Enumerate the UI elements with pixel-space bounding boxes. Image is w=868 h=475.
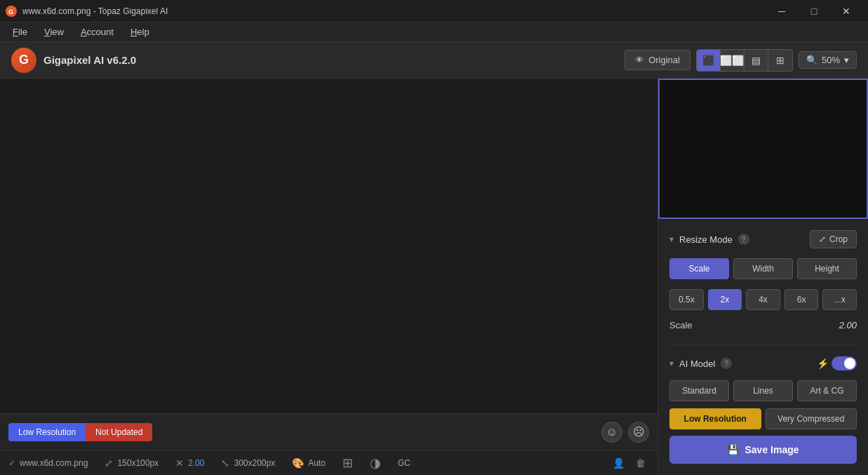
preview-area <box>658 79 868 219</box>
resize-mode-label: Resize Mode <box>679 234 733 245</box>
crop-label: Crop <box>829 234 848 244</box>
zoom-icon: 🔍 <box>806 55 817 65</box>
ai-model-sub-group: Low Resolution Very Compressed <box>669 408 857 429</box>
standard-model-button[interactable]: Standard <box>669 380 729 401</box>
scale-custom-button[interactable]: ...x <box>822 289 857 310</box>
bottom-bar: Low Resolution Not Updated ☺ ☹ <box>0 413 657 450</box>
resize-help-button[interactable]: ? <box>738 234 749 245</box>
lines-model-button[interactable]: Lines <box>733 380 793 401</box>
art-cg-model-button[interactable]: Art & CG <box>797 380 857 401</box>
menu-bar: File View Account Help <box>0 22 868 42</box>
scale-mode-button[interactable]: Scale <box>669 258 729 279</box>
maximize-button[interactable]: □ <box>798 0 830 22</box>
window-controls: ─ □ ✕ <box>766 0 862 22</box>
scale-mode-group: Scale Width Height <box>669 258 857 279</box>
logo-icon: G <box>11 48 36 73</box>
happy-emoji-button[interactable]: ☺ <box>601 422 622 443</box>
ai-model-group: Standard Lines Art & CG <box>669 380 857 401</box>
app-header: G Gigapixel AI v6.2.0 👁 Original ⬛ ⬜⬜ ▤ … <box>0 42 868 79</box>
color-mode: Auto <box>308 458 326 468</box>
low-resolution-button[interactable]: Low Resolution <box>669 408 761 429</box>
file-info-bar: ✓ www.x6d.com.png ⤢ 150x100px ✕ 2.00 ⤡ 3… <box>0 450 657 475</box>
close-button[interactable]: ✕ <box>830 0 862 22</box>
scale-options-group: 0.5x 2x 4x 6x ...x <box>669 289 857 310</box>
scale-2x-button[interactable]: 2x <box>708 289 742 310</box>
scale-row-label: Scale <box>669 320 693 330</box>
file-info-tone: ◑ <box>370 455 381 471</box>
original-label: Original <box>648 55 680 65</box>
ai-help-button[interactable]: ? <box>721 358 732 369</box>
minimize-button[interactable]: ─ <box>766 0 798 22</box>
file-name-item: ✓ www.x6d.com.png <box>8 458 88 468</box>
scale-4x-button[interactable]: 4x <box>746 289 780 310</box>
not-updated-badge: Not Updated <box>86 423 152 441</box>
action-icons: 👤 🗑 <box>610 455 649 471</box>
menu-view[interactable]: View <box>37 24 71 40</box>
ai-toggle[interactable]: ⚡ <box>817 356 857 370</box>
svg-text:G: G <box>8 8 13 15</box>
tone-icon: ◑ <box>370 455 381 471</box>
check-icon: ✓ <box>8 458 15 468</box>
emoji-buttons: ☺ ☹ <box>601 422 649 443</box>
title-bar-left: G www.x6d.com.png - Topaz Gigapixel AI <box>6 6 168 17</box>
window-title: www.x6d.com.png - Topaz Gigapixel AI <box>22 6 168 16</box>
eye-icon: 👁 <box>635 55 644 65</box>
canvas-viewport[interactable] <box>0 79 657 413</box>
divider <box>669 344 857 345</box>
canvas-area: Low Resolution Not Updated ☺ ☹ ✓ www.x6d… <box>0 79 657 475</box>
scale-item: ✕ 2.00 <box>175 457 204 469</box>
crop-button[interactable]: ⤢ Crop <box>810 230 857 248</box>
view-single-button[interactable]: ⬛ <box>697 50 721 71</box>
menu-file[interactable]: File <box>6 24 34 40</box>
ai-chevron-icon: ▾ <box>669 359 674 368</box>
view-grid-button[interactable]: ⊞ <box>768 50 792 71</box>
file-info-grid: ⊞ <box>342 455 353 471</box>
output-dim-icon: ⤡ <box>221 457 229 469</box>
output-dimensions-item: ⤡ 300x200px <box>221 457 275 469</box>
save-icon: 💾 <box>727 444 739 455</box>
toggle-switch-knob[interactable] <box>832 356 857 370</box>
status-badges: Low Resolution Not Updated <box>8 423 152 441</box>
scale-0-5x-button[interactable]: 0.5x <box>669 289 704 310</box>
scale-row-value: 2.00 <box>839 320 857 330</box>
person-icon[interactable]: 👤 <box>610 455 627 471</box>
app-logo: G Gigapixel AI v6.2.0 <box>11 48 136 73</box>
zoom-level: 50% <box>822 55 840 65</box>
view-split-v-button[interactable]: ⬜⬜ <box>721 50 745 71</box>
input-dimensions-item: ⤢ 150x100px <box>105 457 159 469</box>
sad-emoji-button[interactable]: ☹ <box>628 422 649 443</box>
low-resolution-badge: Low Resolution <box>8 423 86 441</box>
scale-icon: ✕ <box>175 457 184 469</box>
color-mode-item: 🎨 Auto <box>292 457 326 469</box>
zoom-chevron-icon: ▾ <box>844 55 849 65</box>
original-button[interactable]: 👁 Original <box>625 50 690 70</box>
save-label: Save Image <box>745 444 799 455</box>
resize-chevron-icon: ▾ <box>669 234 674 244</box>
grid-icon: ⊞ <box>342 455 353 471</box>
view-split-h-button[interactable]: ▤ <box>745 50 768 71</box>
height-mode-button[interactable]: Height <box>797 258 857 279</box>
header-controls: 👁 Original ⬛ ⬜⬜ ▤ ⊞ 🔍 50% ▾ <box>625 49 857 72</box>
app-icon: G <box>6 6 17 17</box>
app-title: Gigapixel AI v6.2.0 <box>44 54 136 66</box>
color-icon: 🎨 <box>292 457 304 469</box>
view-mode-group: ⬛ ⬜⬜ ▤ ⊞ <box>696 49 793 72</box>
ai-model-label: AI Model <box>679 359 715 369</box>
scale-6x-button[interactable]: 6x <box>784 289 819 310</box>
scale-row: Scale 2.00 <box>669 320 857 330</box>
crop-icon: ⤢ <box>819 234 826 244</box>
width-mode-button[interactable]: Width <box>733 258 793 279</box>
main-content: Low Resolution Not Updated ☺ ☹ ✓ www.x6d… <box>0 79 868 475</box>
delete-icon[interactable]: 🗑 <box>632 455 649 471</box>
resize-mode-section-header: ▾ Resize Mode ? ⤢ Crop <box>669 230 857 248</box>
lightning-icon: ⚡ <box>817 358 829 369</box>
zoom-control[interactable]: 🔍 50% ▾ <box>799 51 857 69</box>
gc-label: GC <box>398 458 410 468</box>
menu-help[interactable]: Help <box>123 24 156 40</box>
very-compressed-button[interactable]: Very Compressed <box>766 408 857 429</box>
menu-account[interactable]: Account <box>74 24 121 40</box>
file-info-gc: GC <box>398 458 410 468</box>
file-name: www.x6d.com.png <box>20 458 88 468</box>
app-layout: G Gigapixel AI v6.2.0 👁 Original ⬛ ⬜⬜ ▤ … <box>0 42 868 475</box>
save-image-button[interactable]: 💾 Save Image <box>669 436 857 464</box>
